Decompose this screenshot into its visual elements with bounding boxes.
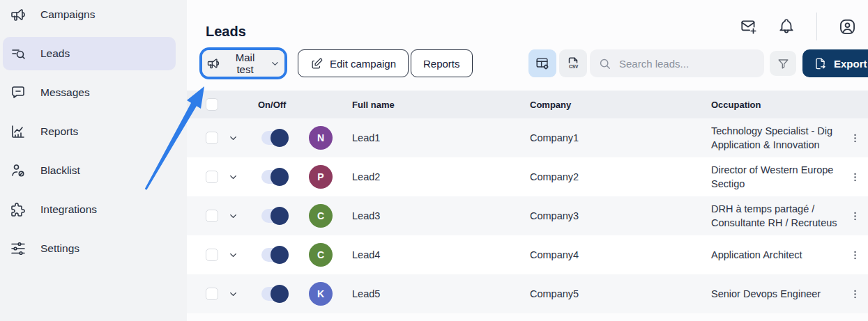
onoff-toggle[interactable]: [261, 170, 287, 184]
sidebar-nav: Campaigns Leads Messages: [0, 0, 187, 265]
select-checkbox[interactable]: [206, 210, 218, 222]
select-checkbox[interactable]: [206, 171, 218, 183]
sidebar-item-settings[interactable]: Settings: [3, 232, 176, 265]
onoff-toggle[interactable]: [261, 209, 287, 223]
column-company: Company: [530, 91, 571, 118]
sidebar-item-label: Settings: [40, 242, 79, 255]
sidebar-item-label: Blacklist: [40, 164, 80, 177]
export-data-button[interactable]: Export d: [802, 49, 868, 77]
reports-button[interactable]: Reports: [411, 49, 473, 77]
lead-name: Lead2: [352, 157, 380, 196]
onoff-toggle[interactable]: [261, 248, 287, 262]
lead-company: Company3: [530, 196, 579, 235]
sidebar-item-label: Integrations: [40, 203, 97, 216]
table-row: P Lead2 Company2 Director of Western Eur…: [187, 157, 868, 196]
onoff-toggle[interactable]: [261, 287, 287, 301]
row-expand-chevron-icon[interactable]: [227, 249, 240, 262]
table-row: N Lead1 Company1 Technology Specialist -…: [187, 118, 868, 157]
svg-text:CSV: CSV: [569, 64, 579, 69]
sidebar-item-blacklist[interactable]: Blacklist: [3, 154, 176, 187]
puzzle-icon: [10, 201, 26, 218]
avatar: N: [309, 126, 333, 150]
table-header: On/Off Full name Company Occupation: [187, 91, 868, 118]
select-checkbox[interactable]: [206, 288, 218, 300]
sidebar-item-messages[interactable]: Messages: [3, 76, 176, 109]
edit-campaign-label: Edit campaign: [330, 58, 396, 70]
filter-icon: [777, 57, 790, 70]
search-box: [590, 49, 764, 77]
reports-button-label: Reports: [423, 58, 460, 70]
lead-company: Company2: [530, 157, 579, 196]
file-export-icon: [814, 57, 827, 70]
row-menu-kebab-icon[interactable]: [848, 170, 862, 185]
message-icon: [10, 84, 26, 101]
leads-table: On/Off Full name Company Occupation N Le…: [187, 91, 868, 313]
avatar: K: [309, 282, 333, 306]
main-content: Leads: [187, 0, 868, 321]
sidebar: Campaigns Leads Messages: [0, 0, 187, 321]
lead-company: Company4: [530, 235, 579, 274]
user-block-icon: [10, 162, 26, 179]
table-body: N Lead1 Company1 Technology Specialist -…: [187, 118, 868, 313]
column-full-name: Full name: [352, 91, 395, 118]
edit-icon: [310, 57, 323, 70]
lead-occupation: Technology Specialist - Dig Application …: [711, 124, 847, 152]
lead-occupation: Director of Western Europe Sectigo: [711, 163, 847, 191]
lead-occupation: Application Architect: [711, 248, 847, 262]
chart-icon: [10, 123, 26, 140]
row-menu-kebab-icon[interactable]: [848, 287, 862, 302]
select-checkbox[interactable]: [206, 249, 218, 261]
edit-campaign-button[interactable]: Edit campaign: [298, 49, 409, 77]
select-checkbox[interactable]: [206, 132, 218, 144]
lead-name: Lead3: [352, 196, 380, 235]
mail-plus-icon[interactable]: [740, 17, 758, 36]
row-expand-chevron-icon[interactable]: [227, 210, 240, 223]
row-expand-chevron-icon[interactable]: [227, 288, 240, 301]
table-row: C Lead3 Company3 DRH à temps partagé / C…: [187, 196, 868, 235]
sidebar-item-campaigns[interactable]: Campaigns: [3, 0, 176, 31]
select-all-checkbox[interactable]: [206, 91, 218, 118]
onoff-toggle[interactable]: [261, 131, 287, 145]
sidebar-item-integrations[interactable]: Integrations: [3, 193, 176, 226]
sidebar-item-label: Messages: [40, 86, 90, 99]
lead-name: Lead1: [352, 118, 380, 157]
row-menu-kebab-icon[interactable]: [848, 131, 862, 146]
search-input[interactable]: [618, 57, 759, 70]
lead-name: Lead4: [352, 235, 380, 274]
column-on-off: On/Off: [258, 91, 286, 118]
sidebar-item-label: Leads: [40, 47, 70, 60]
avatar: C: [309, 243, 333, 267]
row-expand-chevron-icon[interactable]: [227, 132, 240, 145]
sidebar-item-label: Reports: [40, 125, 78, 138]
campaign-selector-label: Mail test: [226, 52, 264, 75]
sidebar-item-label: Campaigns: [40, 8, 95, 21]
lead-company: Company5: [530, 274, 579, 313]
column-occupation: Occupation: [711, 91, 761, 118]
avatar: C: [309, 204, 333, 228]
page-title: Leads: [206, 24, 246, 40]
filter-button[interactable]: [770, 51, 796, 76]
sidebar-item-reports[interactable]: Reports: [3, 115, 176, 148]
export-data-label: Export d: [834, 58, 868, 70]
lead-occupation: DRH à temps partagé / Consultante RH / R…: [711, 202, 847, 230]
chevron-down-icon: [270, 58, 280, 69]
sliders-icon: [10, 240, 26, 257]
table-row: K Lead5 Company5 Senior Devops Engineer: [187, 274, 868, 313]
lead-company: Company1: [530, 118, 579, 157]
header-actions: [740, 13, 857, 40]
search-icon: [598, 57, 611, 70]
row-menu-kebab-icon[interactable]: [848, 209, 862, 224]
campaign-selector-button[interactable]: Mail test: [202, 50, 284, 77]
row-expand-chevron-icon[interactable]: [227, 171, 240, 184]
table-row: C Lead4 Company4 Application Architect: [187, 235, 868, 274]
bell-icon[interactable]: [777, 17, 795, 36]
account-icon[interactable]: [838, 17, 857, 36]
table-settings-view-button[interactable]: [528, 49, 556, 77]
row-menu-kebab-icon[interactable]: [848, 248, 862, 263]
highlight-box: Mail test: [199, 47, 287, 79]
megaphone-icon: [10, 6, 26, 23]
megaphone-icon: [206, 56, 220, 70]
lead-name: Lead5: [352, 274, 380, 313]
csv-export-view-button[interactable]: CSV: [559, 49, 587, 77]
sidebar-item-leads[interactable]: Leads: [3, 37, 176, 70]
